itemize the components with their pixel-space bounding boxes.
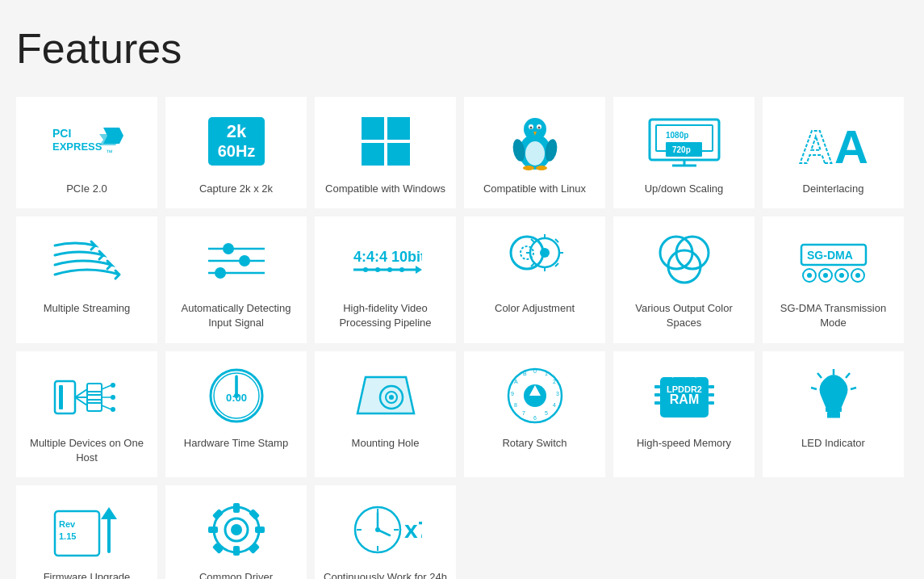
svg-marker-41 — [416, 266, 422, 274]
svg-point-83 — [111, 395, 115, 400]
svg-rect-118 — [709, 385, 714, 388]
svg-line-122 — [846, 373, 850, 378]
svg-text:B: B — [523, 371, 527, 376]
svg-rect-140 — [211, 509, 223, 520]
svg-rect-139 — [255, 527, 265, 533]
svg-rect-143 — [248, 543, 259, 554]
hfvpp-icon: 4:4:4 10bit — [345, 229, 426, 293]
windows-icon — [345, 109, 426, 174]
svg-line-54 — [531, 263, 534, 266]
feature-mounting: Mounting Hole — [315, 351, 456, 477]
feature-hfvpp: 4:4:4 10bit High-fidelity Video Processi… — [315, 216, 456, 342]
svg-point-43 — [375, 267, 380, 272]
svg-text:8: 8 — [514, 402, 517, 408]
autoinput-icon — [196, 229, 277, 293]
page-title: Features — [16, 24, 908, 73]
driver-icon — [196, 497, 277, 562]
svg-text:A: A — [514, 379, 518, 384]
svg-rect-116 — [654, 393, 660, 396]
svg-rect-137 — [233, 546, 240, 556]
svg-text:1080p: 1080p — [666, 131, 688, 140]
svg-rect-72 — [59, 385, 63, 409]
svg-marker-133 — [101, 507, 117, 519]
svg-rect-126 — [826, 407, 842, 412]
deinterlacing-icon: A A — [793, 109, 874, 174]
svg-point-56 — [540, 248, 550, 258]
rotary-label: Rotary Switch — [502, 436, 567, 451]
timestamp-icon: 0:00 — [196, 363, 277, 428]
svg-line-52 — [531, 239, 534, 242]
feature-memory: LPDDR2 RAM High-speed Memory — [613, 351, 755, 477]
svg-rect-120 — [709, 401, 714, 405]
streaming-label: Multiple Streaming — [44, 301, 131, 316]
svg-point-44 — [387, 267, 392, 272]
svg-text:2k: 2k — [226, 121, 246, 141]
svg-point-36 — [223, 243, 234, 254]
mounting-label: Mounting Hole — [352, 436, 420, 451]
streaming-icon — [47, 229, 128, 293]
coloradj-label: Color Adjustment — [495, 301, 575, 316]
svg-text:4:4:4 10bit: 4:4:4 10bit — [353, 249, 422, 265]
feature-rotary: 0 1 2 3 4 5 6 7 8 9 A B Rotary Switch — [464, 351, 605, 477]
svg-rect-76 — [87, 384, 102, 395]
memory-label: High-speed Memory — [637, 436, 731, 451]
svg-line-73 — [75, 389, 87, 397]
sgdma-label: SG-DMA Transmission Mode — [771, 301, 896, 330]
led-label: LED Indicator — [801, 436, 865, 451]
feature-colorspaces: Various Output Color Spaces — [613, 216, 755, 342]
sgdma-icon: SG-DMA — [793, 229, 874, 293]
svg-point-45 — [399, 267, 404, 272]
led-icon — [793, 363, 874, 428]
svg-rect-142 — [211, 543, 223, 554]
mounting-icon — [345, 363, 426, 428]
svg-point-13 — [524, 118, 546, 141]
feature-led: LED Indicator — [763, 351, 904, 477]
feature-pcie: PCI EXPRESS ™ PCIe 2.0 — [16, 97, 157, 208]
svg-point-19 — [525, 141, 545, 166]
deinterlacing-label: Deinterlacing — [803, 182, 864, 196]
svg-rect-11 — [387, 143, 410, 166]
svg-text:A: A — [799, 120, 833, 170]
svg-line-125 — [811, 388, 817, 389]
feature-continuous: x7 Continuously Work for 24h x7 — [315, 485, 456, 579]
timestamp-label: Hardware Time Stamp — [184, 436, 288, 451]
svg-point-37 — [239, 255, 250, 266]
pcie-icon: PCI EXPRESS ™ — [47, 109, 128, 174]
svg-point-70 — [855, 273, 860, 278]
svg-line-79 — [102, 385, 111, 389]
memory-icon: LPDDR2 RAM — [644, 363, 725, 428]
linux-icon — [495, 109, 575, 174]
feature-multidev: Multiple Devices on One Host — [16, 351, 157, 477]
svg-text:RAM: RAM — [669, 392, 698, 406]
svg-rect-77 — [87, 392, 102, 403]
svg-point-91 — [234, 393, 239, 398]
svg-text:1: 1 — [545, 371, 548, 376]
svg-text:720p: 720p — [672, 145, 691, 154]
svg-point-144 — [231, 524, 242, 535]
scaling-icon: 1080p 720p — [644, 109, 725, 174]
windows-label: Compatible with Windows — [325, 182, 445, 196]
svg-rect-136 — [233, 503, 240, 513]
svg-rect-9 — [387, 117, 410, 140]
svg-rect-117 — [654, 401, 660, 405]
feature-capture2k: 2k 60Hz Capture 2k x 2k — [165, 97, 307, 208]
capture2k-label: Capture 2k x 2k — [199, 182, 273, 196]
svg-point-64 — [807, 273, 812, 278]
hfvpp-label: High-fidelity Video Processing Pipeline — [323, 301, 448, 330]
svg-point-42 — [363, 267, 368, 272]
svg-rect-10 — [362, 143, 384, 166]
svg-line-81 — [102, 405, 111, 409]
features-grid: PCI EXPRESS ™ PCIe 2.0 2k 60Hz Capture 2… — [16, 97, 904, 579]
multidev-label: Multiple Devices on One Host — [24, 436, 149, 465]
continuous-label: Continuously Work for 24h x7 — [323, 570, 448, 579]
svg-point-17 — [537, 126, 540, 128]
svg-line-75 — [75, 397, 87, 405]
svg-point-68 — [839, 273, 844, 278]
svg-point-66 — [823, 273, 828, 278]
svg-text:5: 5 — [545, 410, 548, 416]
svg-text:™: ™ — [106, 149, 113, 157]
feature-scaling: 1080p 720p Up/down Scaling — [613, 97, 755, 208]
svg-text:0: 0 — [533, 368, 537, 374]
svg-line-123 — [851, 388, 856, 389]
svg-text:3: 3 — [556, 391, 559, 396]
